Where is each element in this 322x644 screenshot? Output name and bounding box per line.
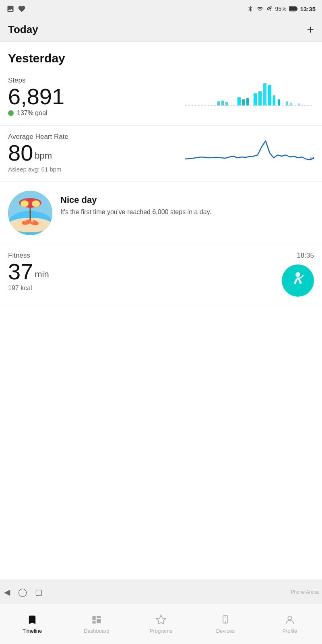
steps-section: Steps 6,891 137% goal — [0, 69, 322, 126]
nav-item-programs[interactable]: Programs — [129, 604, 193, 644]
svg-rect-1 — [296, 8, 297, 10]
goal-dot — [8, 110, 14, 116]
fitness-section: 18:35 Fitness 37 min 197 kcal — [0, 244, 322, 304]
nav-item-profile[interactable]: Profile — [258, 604, 322, 644]
status-bar: 95% 13:35 — [0, 0, 322, 18]
nav-label-devices: Devices — [216, 628, 235, 634]
svg-rect-10 — [254, 93, 257, 105]
dashboard-icon — [91, 614, 102, 625]
nav-item-devices[interactable]: Devices — [193, 604, 258, 644]
svg-rect-17 — [290, 103, 292, 105]
main-content: Yesterday Steps 6,891 137% goal — [0, 42, 322, 304]
svg-marker-32 — [156, 615, 165, 624]
svg-rect-13 — [268, 85, 271, 105]
heart-rate-section: Average Heart Rate 80 bpm Asleep avg: 61… — [0, 126, 322, 182]
svg-rect-16 — [286, 101, 288, 105]
achievement-title: Nice day — [60, 195, 314, 205]
bottom-nav: Timeline Dashboard Programs Devices Prof… — [0, 604, 322, 644]
bluetooth-icon — [247, 5, 254, 13]
wifi-icon — [256, 6, 264, 12]
watermark: Phone Arena — [291, 589, 319, 595]
svg-rect-15 — [278, 99, 280, 105]
svg-rect-11 — [258, 91, 262, 105]
home-button[interactable]: ◯ — [14, 583, 31, 601]
nav-label-programs: Programs — [150, 628, 172, 634]
svg-rect-5 — [221, 101, 224, 105]
achievement-badge — [8, 191, 52, 235]
fitness-label: Fitness — [8, 252, 314, 260]
notification-icons — [6, 5, 26, 13]
heart-rate-value: 80 — [8, 142, 33, 164]
fitness-icon-circle — [282, 264, 314, 297]
android-nav-bar: ◀ ◯ ▢ Phone Arena — [0, 580, 322, 604]
svg-point-25 — [21, 200, 29, 207]
svg-point-34 — [225, 622, 226, 623]
nav-label-timeline: Timeline — [23, 628, 42, 634]
achievement-section: Nice day It's the first time you've reac… — [0, 182, 322, 244]
svg-rect-9 — [246, 98, 249, 105]
heart-rate-chart — [185, 133, 314, 173]
fitness-unit: min — [35, 269, 49, 280]
heart-notification-icon — [18, 5, 26, 13]
page-title: Today — [8, 23, 38, 36]
achievement-description: It's the first time you've reached 6,000… — [60, 208, 314, 217]
svg-point-36 — [288, 616, 291, 620]
fitness-time: 18:35 — [297, 252, 314, 260]
devices-icon — [220, 614, 231, 625]
profile-icon — [284, 614, 295, 625]
battery-icon — [289, 6, 298, 12]
achievement-text: Nice day It's the first time you've reac… — [60, 191, 314, 217]
nav-label-dashboard: Dashboard — [84, 628, 109, 634]
steps-value: 6,891 — [8, 85, 64, 108]
svg-rect-2 — [289, 7, 296, 10]
signal-icon — [266, 5, 273, 13]
timeline-icon — [27, 614, 38, 625]
svg-rect-6 — [225, 102, 228, 105]
fitness-value: 37 — [8, 260, 33, 283]
programs-icon — [155, 614, 167, 625]
top-header: Today + — [0, 18, 322, 42]
svg-rect-12 — [263, 83, 266, 105]
status-time: 13:35 — [300, 6, 316, 12]
steps-goal-label: 137% goal — [17, 109, 47, 117]
svg-rect-14 — [273, 95, 275, 105]
recents-button[interactable]: ▢ — [31, 583, 47, 601]
nav-label-profile: Profile — [283, 628, 297, 634]
add-button[interactable]: + — [307, 24, 314, 36]
fitness-kcal: 197 kcal — [8, 285, 314, 292]
nav-item-timeline[interactable]: Timeline — [0, 604, 64, 644]
svg-point-26 — [32, 200, 40, 207]
battery-percent: 95% — [275, 6, 287, 12]
status-icons: 95% 13:35 — [247, 5, 316, 13]
nav-item-dashboard[interactable]: Dashboard — [64, 604, 129, 644]
section-heading-yesterday: Yesterday — [0, 42, 322, 69]
steps-chart — [185, 77, 314, 118]
photo-icon — [6, 5, 14, 13]
svg-rect-7 — [237, 97, 241, 105]
svg-rect-4 — [217, 101, 220, 105]
heart-rate-unit: bpm — [35, 151, 52, 161]
svg-point-31 — [295, 272, 300, 277]
svg-rect-18 — [298, 103, 300, 105]
back-button[interactable]: ◀ — [0, 583, 14, 601]
svg-rect-8 — [242, 99, 245, 105]
